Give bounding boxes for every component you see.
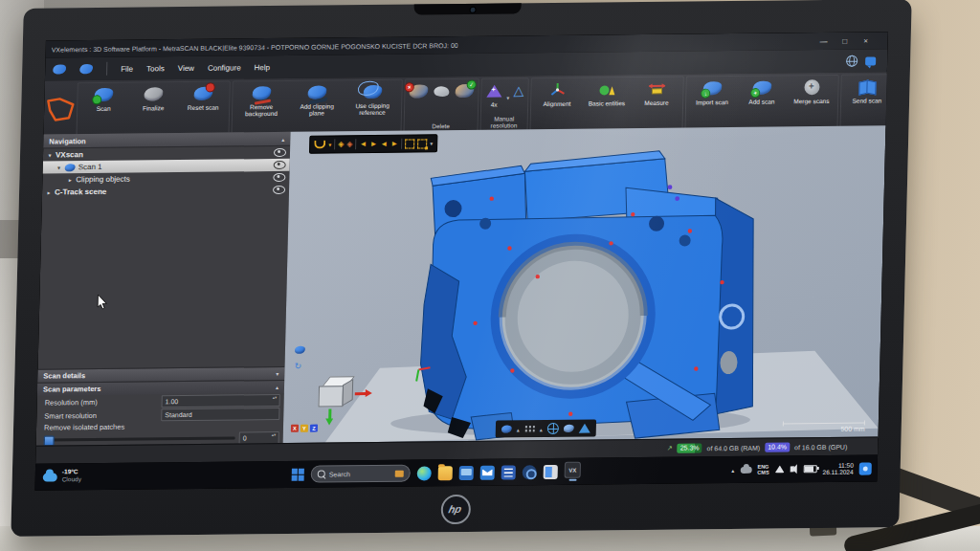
visibility-eye-icon[interactable] [274, 148, 286, 157]
collapse-panel-icon[interactable]: ▴ [281, 135, 284, 142]
usage-arrow-icon: ↗ [667, 445, 673, 452]
gyroscope-view-icon[interactable] [547, 423, 559, 434]
tree-item-ctrack-scene[interactable]: ▸ C-Track scene [42, 184, 289, 199]
orientation-cube[interactable] [316, 374, 370, 429]
battery-icon[interactable] [804, 465, 817, 473]
resolution-dropdown-icon[interactable]: ▾ [506, 94, 509, 100]
flip-right-icon[interactable]: ► [390, 140, 398, 148]
cube-right-face[interactable] [343, 379, 354, 406]
feedback-chat-icon[interactable] [865, 56, 876, 65]
chevron-down-icon[interactable]: ▾ [276, 370, 278, 377]
weather-condition: Cloudy [62, 475, 81, 483]
taskbar-app-calculator[interactable] [501, 465, 516, 479]
maximize-button[interactable]: □ [840, 36, 850, 45]
taskbar-app-display[interactable] [459, 465, 474, 479]
diamond-deselect-icon[interactable]: ◈ [346, 140, 352, 148]
taskbar-app-mail[interactable] [480, 465, 495, 479]
dropdown-icon[interactable]: ▴ [540, 426, 543, 432]
tray-expand-icon[interactable]: ▴ [731, 467, 734, 474]
dropdown-icon[interactable]: ▾ [328, 141, 331, 147]
reset-scan-button[interactable]: Reset scan [179, 83, 228, 134]
scale-label: 500 mm [840, 426, 864, 432]
dropdown-icon[interactable]: ▴ [517, 426, 520, 432]
dropdown-icon[interactable]: ▾ [430, 140, 433, 146]
diamond-select-icon[interactable]: ◈ [338, 140, 344, 148]
close-button[interactable]: × [861, 36, 871, 45]
flip-left-icon[interactable]: ◄ [380, 140, 388, 148]
visibility-eye-icon[interactable] [273, 173, 285, 182]
onedrive-icon[interactable] [740, 466, 751, 473]
visibility-eye-icon[interactable] [274, 161, 286, 169]
marquee-add-icon[interactable] [417, 139, 427, 148]
mesh-view-icon[interactable] [501, 425, 512, 434]
cloud-icon [43, 473, 57, 481]
minimize-button[interactable]: — [819, 36, 829, 45]
basic-entities-button[interactable]: Basic entities [582, 78, 631, 129]
scan-model-3d[interactable] [283, 125, 886, 444]
chevron-up-icon[interactable]: ▴ [276, 384, 278, 390]
rotate-left-icon[interactable]: ◄ [359, 140, 367, 148]
resolution-input[interactable]: 1.00 [162, 393, 280, 407]
menu-configure[interactable]: Configure [208, 63, 241, 72]
volume-icon[interactable] [791, 466, 794, 472]
clock[interactable]: 11:50 26.11.2024 [823, 461, 854, 475]
use-clipping-reference-button[interactable]: Use clipping reference [345, 81, 400, 132]
taskbar-app-notes[interactable] [544, 464, 558, 478]
notification-icon[interactable] [859, 462, 872, 474]
y-axis-arrow[interactable] [328, 408, 331, 419]
scan-button[interactable]: Scan [79, 84, 128, 135]
taskbar-app-explorer[interactable] [438, 466, 453, 480]
mini-scan-icon[interactable] [294, 345, 305, 355]
menu-view[interactable]: View [178, 63, 194, 72]
wifi-icon[interactable] [775, 465, 785, 473]
remove-background-button[interactable]: Remove background [234, 82, 289, 133]
x-axis-arrow[interactable] [355, 392, 367, 395]
measure-button[interactable]: Measure [632, 78, 680, 129]
taskbar-app-settings[interactable] [523, 465, 537, 479]
expander-icon[interactable]: ▸ [67, 176, 73, 183]
taskbar-app-edge[interactable] [417, 466, 432, 480]
slider-thumb[interactable] [44, 435, 55, 446]
alignment-button[interactable]: Alignment [532, 79, 581, 130]
delete-brush-button[interactable] [432, 80, 452, 121]
vx-app-icon[interactable]: VX [565, 462, 581, 478]
auto-resolution-button[interactable]: △ [511, 79, 526, 114]
send-scan-button[interactable]: Send scan [842, 76, 888, 126]
marquee-select-icon[interactable] [405, 139, 414, 148]
add-scan-button[interactable]: + Add scan [737, 77, 786, 127]
viewport-3d[interactable]: ▾ ◈ ◈ ◄ ► ◄ ► ▾ ↻ [283, 125, 886, 444]
expander-icon[interactable]: ▸ [46, 188, 52, 195]
start-button[interactable] [292, 468, 304, 480]
weather-widget[interactable]: -19°C Cloudy [43, 468, 82, 482]
rotate-right-icon[interactable]: ► [369, 140, 377, 148]
patches-input[interactable]: 0 [239, 431, 279, 444]
cube-front-face[interactable] [318, 386, 344, 407]
delete-selection-button[interactable]: × [407, 80, 431, 121]
import-scan-button[interactable]: ↓ Import scan [687, 77, 736, 128]
smart-resolution-input[interactable]: Standard [161, 407, 279, 420]
surface-view-icon[interactable] [563, 424, 574, 433]
add-scan-icon: + [752, 78, 771, 98]
search-input[interactable]: Search [311, 465, 411, 483]
magnet-select-icon[interactable] [314, 140, 325, 148]
points-view-icon[interactable] [524, 425, 535, 432]
expander-icon[interactable]: ▾ [47, 151, 53, 158]
cone-view-icon[interactable] [579, 424, 590, 433]
refresh-icon[interactable]: ↻ [294, 363, 304, 371]
menu-tools[interactable]: Tools [146, 64, 165, 73]
globe-icon[interactable] [846, 55, 858, 67]
visibility-eye-icon[interactable] [273, 186, 285, 194]
keep-selection-button[interactable]: ✓ [453, 80, 477, 121]
language-indicator[interactable]: ENG CMS [757, 463, 769, 475]
patches-slider[interactable] [44, 436, 235, 441]
increase-resolution-button[interactable]: 4x [483, 80, 505, 115]
add-clipping-plane-button[interactable]: Add clipping plane [290, 81, 345, 132]
merge-scans-button[interactable]: Merge scans [787, 77, 835, 127]
finalize-button[interactable]: Finalize [129, 83, 178, 134]
quick-scan2-icon[interactable] [79, 63, 94, 75]
menu-file[interactable]: File [121, 64, 133, 73]
quick-scan-icon[interactable] [53, 63, 67, 75]
taskbar-app-vxelements-active[interactable]: VX [565, 462, 581, 481]
expander-icon[interactable]: ▾ [56, 164, 62, 170]
menu-help[interactable]: Help [255, 63, 271, 72]
